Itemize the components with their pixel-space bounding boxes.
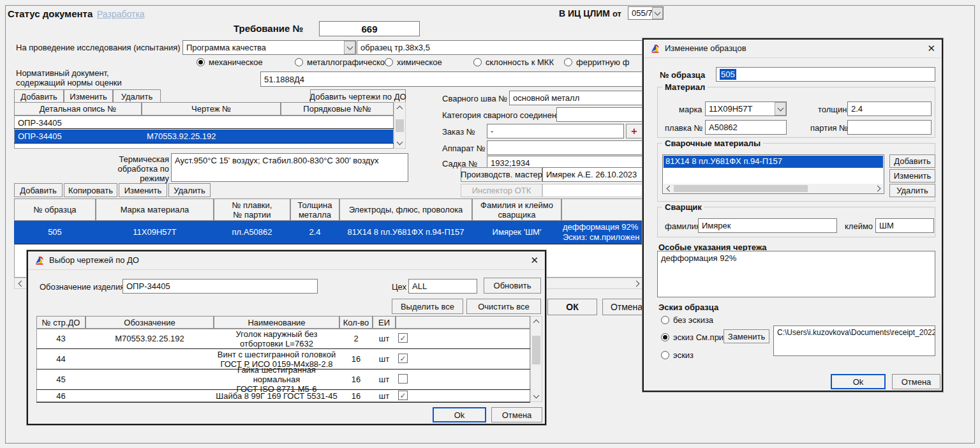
thickness-input[interactable]: 2.4 [847, 101, 932, 116]
do-row-unit[interactable]: шт [373, 370, 396, 389]
do-row-qty[interactable]: 16 [339, 370, 373, 389]
scroll-down-icon[interactable] [394, 139, 405, 147]
samples-row-selected[interactable]: 505 11Х09Н57Т пл.А50862 2.4 81Х14 8 пл.У… [14, 221, 643, 244]
samples-add-button[interactable]: Добавить [14, 183, 63, 197]
samples-delete-button[interactable]: Удалить [168, 183, 211, 197]
status-link[interactable]: Разработка [97, 9, 145, 19]
replace-button[interactable]: Заменить [724, 329, 769, 343]
do-row-designation[interactable]: М70553.92.25.192 [85, 329, 214, 348]
sketch-file-path[interactable]: C:\Users\i.kuzovkova\Documents\receipt_2… [773, 325, 935, 356]
scroll-right-icon[interactable] [632, 278, 641, 288]
scrollbar-thumb[interactable] [674, 185, 808, 192]
scroll-left-icon[interactable] [16, 278, 25, 288]
do-row-num[interactable]: 43 [36, 329, 85, 348]
weld-category-input[interactable] [556, 107, 643, 122]
close-icon[interactable]: ✕ [927, 43, 935, 54]
scroll-left-icon[interactable] [665, 184, 672, 193]
select-all-button[interactable]: Выделить все [392, 299, 463, 314]
production-master-value[interactable]: Имярек А.Е. 26.10.2023 [542, 167, 643, 182]
do-ok-button[interactable]: Ok [433, 407, 486, 422]
radio-mechanical[interactable] [197, 58, 205, 66]
special-notes-textarea[interactable]: дефформация 92% [657, 251, 935, 297]
radio-no-sketch[interactable] [661, 316, 669, 324]
radio-mkk[interactable] [473, 58, 482, 66]
drawings-add-button[interactable]: Добавить [14, 89, 64, 103]
sample-edit-dialog: Изменение образцов ✕ № образца 505 Матер… [642, 38, 943, 392]
scroll-up-icon[interactable] [531, 318, 542, 325]
grade-combobox-arrow[interactable] [775, 102, 786, 116]
weldmat-delete-button[interactable]: Удалить [889, 184, 935, 197]
research-combobox-arrow[interactable] [344, 41, 355, 54]
do-cancel-button[interactable]: Отмена [491, 407, 542, 422]
sample-ok-button[interactable]: Ok [831, 374, 886, 389]
do-row-unit[interactable]: шт [373, 329, 396, 348]
do-row-num[interactable]: 44 [36, 349, 85, 369]
melt-no-input[interactable]: А50862 [705, 120, 787, 135]
stamp-input[interactable]: ШМ [875, 218, 934, 233]
radio-sketch[interactable] [661, 351, 669, 359]
sample-field[interactable]: образец тр.38x3,5 [357, 40, 643, 55]
add-drawings-by-do-button[interactable]: Добавить чертежи по ДО [310, 89, 406, 103]
drawings-table-scrollbar[interactable] [394, 102, 406, 149]
scrollbar-thumb[interactable] [396, 119, 404, 132]
do-row-name[interactable]: Гайка шестигранная нормальная ГОСТ ISO 8… [214, 370, 339, 389]
clear-all-button[interactable]: Очистить все [466, 299, 541, 314]
do-row-checkbox[interactable]: ✓ [398, 333, 408, 343]
thermal-textarea[interactable]: Ауст.950°С 15' воздух; Стабил.800-830°С … [171, 153, 408, 182]
drawings-edit-button[interactable]: Изменить [64, 89, 113, 103]
production-master-button[interactable]: Производств. мастер [461, 167, 542, 182]
order-add-button[interactable]: + [626, 124, 642, 138]
scroll-up-icon[interactable] [394, 104, 405, 112]
radio-chemical[interactable] [385, 58, 393, 66]
welding-material-item-selected[interactable]: 81Х14 8 пл.У681ФХ п.94-П157 [664, 156, 883, 168]
do-table-scrollbar[interactable] [530, 316, 542, 402]
product-designation-input[interactable]: ОПР-34405 [122, 279, 318, 294]
drawings-dialog-titlebar[interactable]: Выбор чертежей по ДО ✕ [28, 251, 545, 269]
sample-no-input[interactable]: 505 [716, 67, 935, 82]
sample-dialog-titlebar[interactable]: Изменение образцов ✕ [644, 40, 942, 57]
radio-ferrite[interactable] [564, 58, 572, 66]
shop-input[interactable]: ALL [408, 279, 477, 294]
weldmat-add-button[interactable]: Добавить [889, 154, 935, 168]
do-row-qty[interactable]: 16 [339, 390, 373, 402]
do-row-checkbox[interactable] [398, 374, 408, 384]
scroll-down-icon[interactable] [531, 392, 542, 400]
welding-materials-hscrollbar[interactable] [664, 184, 883, 193]
weldmat-edit-button[interactable]: Изменить [889, 169, 935, 183]
do-row-unit[interactable]: шт [373, 349, 396, 369]
do-row-checkbox[interactable]: ✓ [398, 354, 408, 363]
do-row-checkbox[interactable]: ✓ [398, 391, 408, 400]
icc-combobox-arrow[interactable] [652, 7, 663, 19]
do-row-name[interactable]: Уголок наружный без отбортовки L=7632 [214, 329, 339, 348]
samples-copy-button[interactable]: Копировать [64, 183, 117, 197]
drawings-row-2-selected[interactable]: ОПР-34405 М70553.92.25.192 [15, 130, 393, 143]
close-icon[interactable]: ✕ [530, 255, 538, 266]
samples-edit-button[interactable]: Изменить [119, 183, 167, 197]
do-row-num[interactable]: 46 [36, 390, 85, 402]
radio-mechanical-label: механическое [209, 57, 263, 67]
do-row-unit[interactable]: шт [373, 390, 396, 402]
welding-materials-listbox[interactable]: 81Х14 8 пл.У681ФХ п.94-П157 [662, 154, 884, 194]
weld-no-input[interactable]: основной металл [509, 91, 643, 105]
apparatus-no-input[interactable] [487, 140, 643, 155]
scroll-right-icon[interactable] [874, 184, 882, 193]
radio-sketch-attached[interactable] [661, 333, 669, 341]
scrollbar-thumb[interactable] [532, 336, 540, 364]
do-row-num[interactable]: 45 [36, 370, 85, 389]
research-combobox[interactable]: Программа качества [182, 40, 356, 55]
drawings-delete-button[interactable]: Удалить [113, 89, 161, 103]
weld-category-label: Категория сварного соединени [442, 110, 561, 120]
radio-metallographic[interactable] [295, 58, 303, 66]
do-row-qty[interactable]: 16 [339, 349, 373, 369]
main-ok-button[interactable]: ОК [547, 299, 597, 315]
do-row-qty[interactable]: 2 [339, 329, 373, 348]
sample-cancel-button[interactable]: Отмена [892, 374, 940, 389]
batch-no-input[interactable] [847, 120, 932, 135]
surname-input[interactable]: Имярек [698, 218, 837, 233]
order-no-input[interactable]: - [487, 124, 624, 138]
normative-doc-input[interactable]: 51.1888Д4 [260, 71, 643, 87]
drawings-row-1[interactable]: ОПР-34405 [18, 118, 62, 128]
requirement-input[interactable]: 669 [319, 21, 420, 36]
do-row-name[interactable]: Шайба 8 99Г 169 ГОСТ 5531-45 [214, 390, 339, 402]
refresh-button[interactable]: Обновить [484, 278, 541, 294]
